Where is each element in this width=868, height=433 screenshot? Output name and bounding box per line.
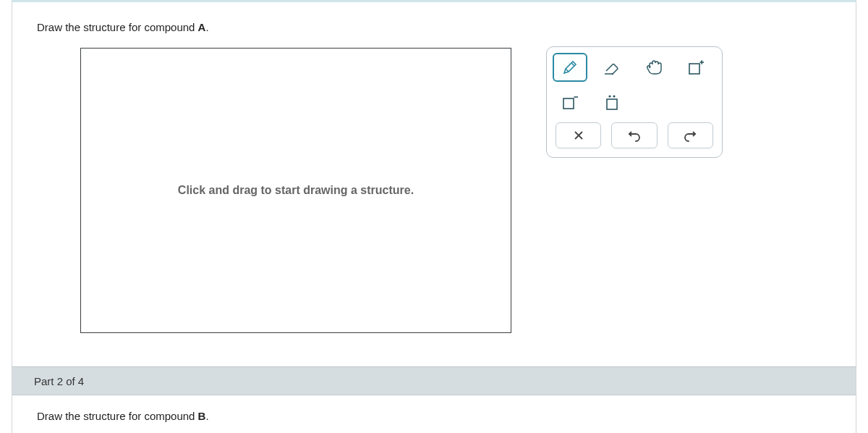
pencil-tool[interactable] — [553, 53, 587, 82]
svg-point-10 — [613, 95, 615, 97]
pencil-icon — [561, 59, 579, 76]
canvas-hint: Click and drag to start drawing a struct… — [178, 182, 414, 198]
section-b: Draw the structure for compound B. — [12, 395, 856, 433]
square-lonepair-icon — [603, 93, 621, 111]
square-minus-icon — [561, 93, 579, 111]
part-label: Part 2 of 4 — [34, 375, 84, 387]
redo-icon — [684, 129, 697, 142]
close-icon — [573, 130, 584, 141]
move-tool[interactable] — [637, 53, 671, 82]
svg-rect-6 — [563, 98, 574, 109]
eraser-icon — [603, 59, 621, 75]
prompt-text: Draw the structure for compound — [37, 410, 198, 422]
drawing-canvas[interactable]: Click and drag to start drawing a struct… — [80, 48, 511, 333]
prompt-suffix: . — [205, 21, 208, 33]
lone-pair-tool[interactable] — [595, 88, 629, 117]
square-plus-icon — [686, 59, 705, 76]
charge-minus-tool[interactable] — [553, 88, 587, 117]
prompt-text: Draw the structure for compound — [37, 21, 198, 33]
svg-point-9 — [608, 95, 610, 97]
tool-panel — [546, 46, 723, 158]
prompt-bold: B — [198, 410, 206, 422]
svg-rect-3 — [689, 64, 699, 74]
prompt-bold: A — [198, 21, 206, 33]
part-header: Part 2 of 4 — [12, 366, 856, 395]
charge-plus-tool[interactable] — [678, 53, 713, 82]
prompt-suffix: . — [205, 410, 208, 422]
svg-rect-8 — [607, 99, 617, 109]
prompt-b: Draw the structure for compound B. — [37, 410, 831, 422]
prompt-a: Draw the structure for compound A. — [37, 21, 831, 33]
undo-icon — [628, 129, 641, 142]
section-a: Draw the structure for compound A. Click… — [12, 2, 856, 333]
undo-button[interactable] — [611, 122, 657, 148]
eraser-tool[interactable] — [595, 53, 629, 82]
hand-icon — [644, 59, 663, 76]
clear-button[interactable] — [556, 122, 601, 148]
svg-line-1 — [571, 63, 574, 66]
redo-button[interactable] — [668, 122, 713, 148]
svg-line-0 — [566, 69, 569, 72]
